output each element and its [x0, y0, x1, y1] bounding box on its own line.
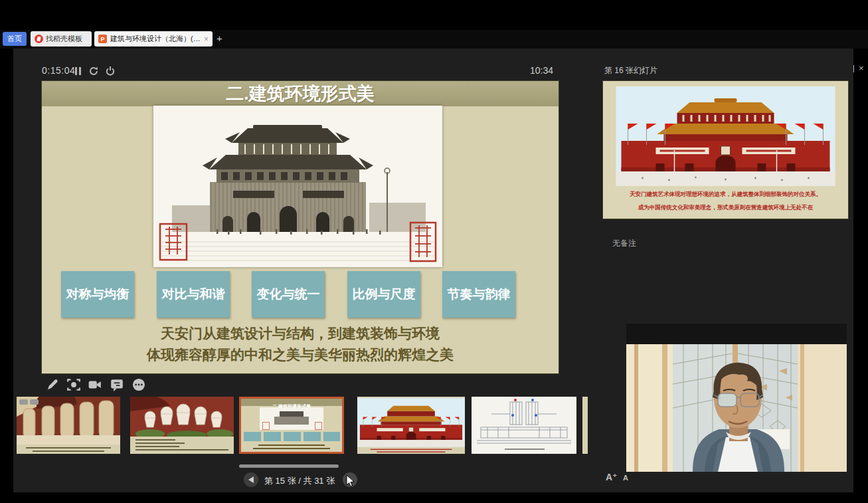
- thumbnail-slide-16[interactable]: [357, 397, 465, 454]
- principle-button-4: 比例与尺度: [347, 271, 420, 318]
- tab-docer-templates[interactable]: 找稻壳模板: [31, 31, 92, 47]
- cursor-icon: [344, 474, 355, 488]
- current-time: 10:34: [530, 65, 553, 76]
- more-icon[interactable]: [131, 377, 146, 392]
- slide-caption-line1: 天安门从建筑设计与结构，到建筑装饰与环境: [42, 324, 559, 343]
- next-slide-preview[interactable]: 天安门建筑艺术体现对理想环境的追求，从建筑整体到细部装饰的对位关系。 成为中国传…: [603, 81, 848, 219]
- next-slide-label: 第 16 张幻灯片: [604, 65, 657, 76]
- presenter-window: 首页 找稻壳模板 P 建筑与环境设计（北海）(2).pptx × + × 0:1…: [0, 0, 868, 503]
- thumbnail-slide-18-partial[interactable]: [582, 397, 588, 454]
- comment-icon[interactable]: [110, 377, 124, 392]
- laser-pointer-icon[interactable]: [66, 377, 81, 392]
- slide-caption-line2: 体现雍容醇厚的中和之美与美华丽热烈的辉煌之美: [42, 346, 559, 364]
- webcam-video: [626, 344, 847, 472]
- notes-font-increase-button[interactable]: A⁺: [606, 472, 618, 482]
- reset-icon[interactable]: [88, 66, 99, 76]
- thumbnail-slide-15-current[interactable]: 二.建筑环境形式美: [241, 399, 342, 452]
- camera-icon[interactable]: [88, 377, 102, 392]
- pen-icon[interactable]: [45, 377, 60, 392]
- presenter-webcam[interactable]: [626, 324, 847, 472]
- elapsed-timer: 0:15:04: [42, 65, 75, 76]
- slide-position-label: 第 15 张 / 共 31 张: [264, 475, 335, 487]
- principle-button-1: 对称与均衡: [61, 271, 134, 318]
- pause-icon[interactable]: [75, 67, 77, 75]
- tab-document-label: 建筑与环境设计（北海）(2).pptx: [110, 34, 201, 44]
- principle-button-2: 对比与和谐: [157, 271, 230, 318]
- thumbnail-slide-17[interactable]: [472, 397, 576, 454]
- thumbnail-slide-14[interactable]: [130, 397, 234, 454]
- slide-title: 二.建筑环境形式美: [226, 82, 375, 106]
- close-tab-icon[interactable]: ×: [204, 35, 209, 44]
- slide-title-band: 二.建筑环境形式美: [42, 81, 559, 106]
- new-tab-button[interactable]: +: [217, 33, 222, 44]
- close-icon[interactable]: ×: [859, 63, 864, 73]
- tiananmen-photo: [615, 86, 836, 186]
- tab-docer-label: 找稻壳模板: [46, 34, 82, 44]
- preview-caption-line1: 天安门建筑艺术体现对理想环境的追求，从建筑整体到细部装饰的对位关系。: [603, 191, 848, 199]
- power-icon[interactable]: [105, 66, 116, 76]
- tab-bar: 首页 找稻壳模板 P 建筑与环境设计（北海）(2).pptx × + ×: [0, 30, 868, 49]
- tab-home[interactable]: 首页: [3, 32, 27, 46]
- principle-button-3: 变化与统一: [252, 271, 325, 318]
- notes-font-decrease-button[interactable]: A: [623, 474, 628, 482]
- filmstrip-scrollbar[interactable]: [239, 464, 339, 468]
- notes-empty-label: 无备注: [612, 238, 636, 249]
- tiananmen-engraving: [153, 106, 442, 267]
- tab-document[interactable]: P 建筑与环境设计（北海）(2).pptx ×: [94, 31, 213, 47]
- slide-display[interactable]: 二.建筑环境形式美: [42, 81, 559, 373]
- prev-slide-icon: [248, 476, 254, 483]
- prev-slide-button[interactable]: [244, 472, 258, 487]
- docer-icon: [35, 35, 43, 43]
- principle-button-5: 节奏与韵律: [442, 271, 515, 318]
- preview-caption-line2: 成为中国传统文化和审美理念，形式美原则在营造建筑环境上无处不在: [603, 204, 848, 212]
- ppt-file-icon: P: [98, 35, 107, 43]
- thumbnail-slide-13[interactable]: [17, 397, 120, 454]
